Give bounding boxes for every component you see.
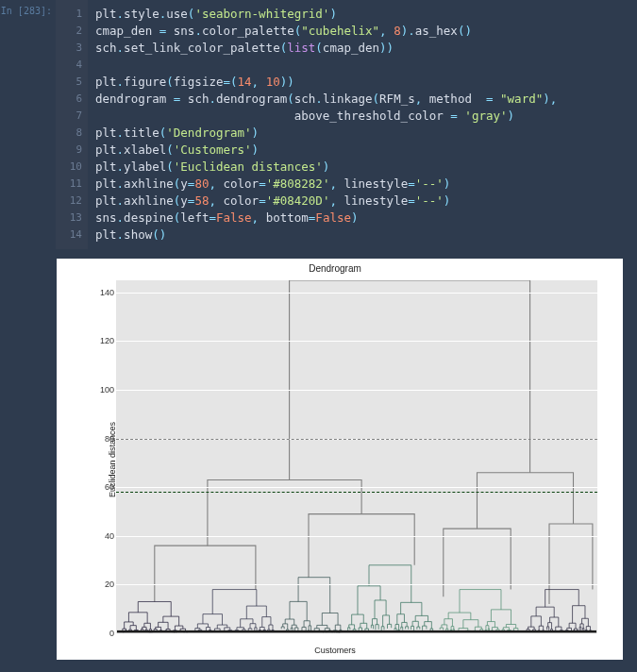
dendrogram-chart: Dendrogram Euclidean distances Customers… [61, 263, 609, 655]
grid-line [116, 341, 597, 342]
line-number-gutter: 1234567891011121314 [56, 0, 88, 249]
grid-line [116, 633, 597, 634]
output-area: Dendrogram Euclidean distances Customers… [57, 259, 623, 660]
axhline [116, 439, 597, 440]
grid-line [116, 390, 597, 391]
chart-title: Dendrogram [61, 263, 609, 274]
code-editor[interactable]: plt.style.use('seaborn-whitegrid')cmap_d… [88, 0, 637, 249]
code-cell: In [283]: 1234567891011121314 plt.style.… [0, 0, 637, 249]
y-tick-label: 60 [97, 482, 114, 492]
x-axis-label: Customers [61, 646, 609, 655]
axhline [116, 492, 597, 493]
y-tick-label: 80 [97, 434, 114, 444]
grid-line [116, 536, 597, 537]
plot-background [116, 280, 597, 633]
y-tick-label: 100 [97, 385, 114, 395]
grid-line [116, 584, 597, 585]
y-tick-label: 0 [97, 629, 114, 638]
grid-line [116, 487, 597, 488]
y-tick-label: 20 [97, 580, 114, 589]
input-prompt: In [283]: [0, 0, 56, 16]
y-tick-label: 120 [97, 336, 114, 345]
y-tick-label: 40 [97, 531, 114, 541]
y-tick-label: 140 [97, 288, 114, 297]
grid-line [116, 293, 597, 294]
